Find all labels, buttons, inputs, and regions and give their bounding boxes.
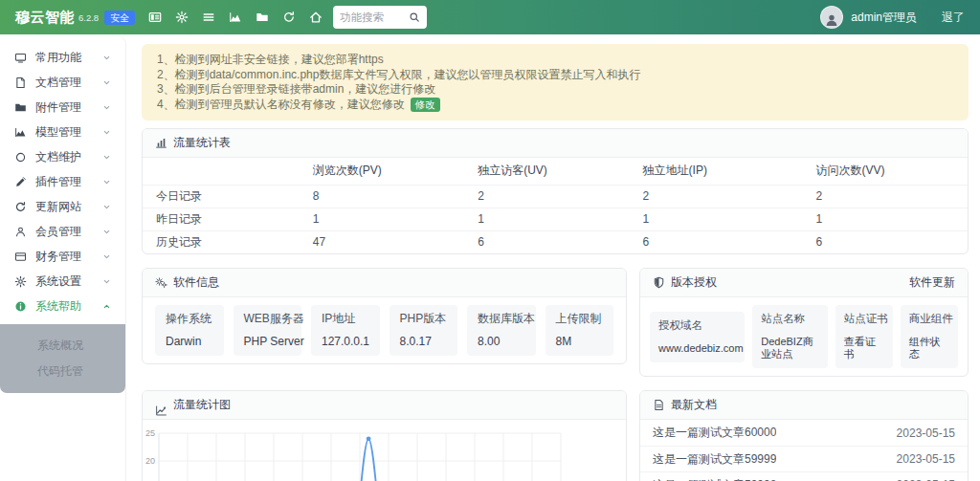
software-update-link[interactable]: 软件更新 <box>909 274 955 291</box>
panel-title: 流量统计表 <box>173 135 231 151</box>
sidebar-item[interactable]: 系统帮助 <box>0 294 125 318</box>
row-label: 历史记录 <box>143 230 300 253</box>
panel-header: 版本授权 软件更新 <box>640 269 968 297</box>
table-row: 昨日记录 1 1 1 1 <box>143 208 968 230</box>
sidebar-item[interactable]: 附件管理 <box>0 95 125 120</box>
table-row: 今日记录 8 2 2 2 <box>143 185 968 208</box>
traffic-table: 浏览次数(PV)独立访客(UV)独立地址(IP)访问次数(VV) 今日记录 8 … <box>143 158 968 253</box>
person-icon <box>824 12 839 28</box>
column-header: 访问次数(VV) <box>803 158 968 185</box>
card-value: 8.00 <box>478 336 525 348</box>
folder-icon[interactable] <box>256 11 269 24</box>
panel-title: 版本授权 <box>671 274 717 291</box>
refresh-icon[interactable] <box>282 11 296 24</box>
panel-header: 流量统计表 <box>143 129 968 158</box>
submenu-item[interactable]: 系统概况 <box>0 333 125 359</box>
uv-value: 1 <box>464 208 629 230</box>
chevron-down-icon <box>102 153 111 162</box>
app-root: 穆云智能 6.2.8 安全 admin管理员 退了 常用功能 <box>0 0 980 481</box>
modify-button[interactable]: 修改 <box>411 98 440 112</box>
info-icon <box>14 300 27 313</box>
pv-value: 47 <box>300 230 464 253</box>
sidebar-item[interactable]: 会员管理 <box>0 219 125 244</box>
info-card: 上传限制 8M <box>546 305 614 356</box>
sidebar-item-label: 会员管理 <box>35 224 81 240</box>
vv-value: 2 <box>803 185 968 208</box>
mountain-icon[interactable] <box>229 11 242 24</box>
layout-icon[interactable] <box>148 11 162 24</box>
column-header: 独立地址(IP) <box>630 158 803 185</box>
ip-value: 2 <box>630 185 803 208</box>
menu-icon[interactable] <box>202 11 215 24</box>
username[interactable]: admin管理员 <box>851 10 917 26</box>
card-label: PHP版本 <box>400 313 448 325</box>
home-icon[interactable] <box>309 11 323 24</box>
card-value: 8.0.17 <box>400 336 448 348</box>
svg-text:20: 20 <box>145 456 155 466</box>
avatar[interactable] <box>820 6 843 29</box>
chevron-down-icon <box>102 277 111 286</box>
sidebar-item[interactable]: 文档维护 <box>0 144 125 169</box>
submenu-item[interactable]: 代码托管 <box>0 359 125 384</box>
doc-date: 2023-05-15 <box>889 452 955 466</box>
alert-line: 4、检测到管理员默认名称没有修改，建议您修改 修改 <box>157 98 953 113</box>
license-card: 站点名称 DedeBIZ商业站点 <box>752 305 827 368</box>
doc-row: 这是一篇测试文章59999 2023-05-15 <box>640 446 968 471</box>
card-value: 127.0.0.1 <box>322 336 369 348</box>
chevron-up-icon <box>102 302 111 311</box>
panel-title: 软件信息 <box>173 274 219 291</box>
card-link[interactable]: DedeBIZ商业站点 <box>761 336 818 361</box>
card-label: 站点名称 <box>761 313 818 325</box>
card-value: Darwin <box>166 336 213 348</box>
sidebar-item-label: 附件管理 <box>35 99 81 116</box>
card-link[interactable]: 查看证书 <box>844 336 884 361</box>
doc-link[interactable]: 这是一篇测试文章59998 <box>653 477 776 481</box>
top-header: 穆云智能 6.2.8 安全 admin管理员 退了 <box>0 0 980 34</box>
sidebar-item[interactable]: 财务管理 <box>0 244 125 269</box>
doc-link[interactable]: 这是一篇测试文章59999 <box>653 451 776 468</box>
card-label: 操作系统 <box>166 313 213 325</box>
document-icon <box>653 399 665 411</box>
sidebar-item[interactable]: 更新网站 <box>0 194 125 219</box>
gear-icon <box>14 275 27 288</box>
svg-text:25: 25 <box>145 428 155 438</box>
alert-text: 2、检测到data/common.inc.php数据库文件写入权限，建议您以管理… <box>157 68 640 83</box>
card-link[interactable]: www.dedebiz.com <box>658 342 736 355</box>
traffic-table-panel: 流量统计表 浏览次数(PV)独立访客(UV)独立地址(IP)访问次数(VV) 今… <box>142 128 969 254</box>
shield-icon <box>653 276 665 289</box>
chevron-down-icon <box>102 252 111 261</box>
sidebar-item[interactable]: 模型管理 <box>0 120 125 144</box>
info-card: WEB服务器 PHP Server <box>234 305 302 356</box>
ip-value: 6 <box>630 230 803 253</box>
card-value: 8M <box>556 336 604 348</box>
alert-line: 1、检测到网址非安全链接，建议您部署https <box>157 53 953 68</box>
sidebar-item-label: 系统设置 <box>35 273 81 290</box>
card-icon <box>14 251 27 263</box>
chevron-down-icon <box>102 78 111 87</box>
logout-link[interactable]: 退了 <box>942 10 965 26</box>
software-info-panel: 软件信息 操作系统 Darwin WEB服务器 PHP Server IP地址 <box>142 268 627 364</box>
doc-link[interactable]: 这是一篇测试文章60000 <box>653 425 776 441</box>
card-label: WEB服务器 <box>244 313 292 325</box>
info-card: IP地址 127.0.0.1 <box>311 305 380 356</box>
license-card: 站点证书 查看证书 <box>835 305 893 368</box>
gear-icon[interactable] <box>175 11 189 24</box>
card-label: IP地址 <box>322 313 369 325</box>
card-link[interactable]: 组件状态 <box>909 336 949 361</box>
search-icon[interactable] <box>409 11 420 23</box>
search-input[interactable] <box>340 11 409 23</box>
sidebar-item[interactable]: 插件管理 <box>0 169 125 194</box>
pv-value: 1 <box>300 208 464 230</box>
info-card: 数据库版本 8.00 <box>467 305 536 356</box>
sidebar-item[interactable]: 常用功能 <box>0 45 125 70</box>
folder-icon <box>14 101 27 114</box>
sidebar-item[interactable]: 系统设置 <box>0 269 125 294</box>
doc-row: 这是一篇测试文章59998 2023-05-15 <box>640 471 968 481</box>
sidebar-item[interactable]: 文档管理 <box>0 70 125 95</box>
user-icon <box>14 226 27 238</box>
brand-title: 穆云智能 <box>15 9 75 27</box>
panel-title: 最新文档 <box>671 397 717 413</box>
chevron-down-icon <box>102 178 111 186</box>
doc-row: 这是一篇测试文章60000 2023-05-15 <box>640 420 968 446</box>
sidebar: 常用功能 文档管理 附件管理 模型管理 <box>0 36 125 481</box>
